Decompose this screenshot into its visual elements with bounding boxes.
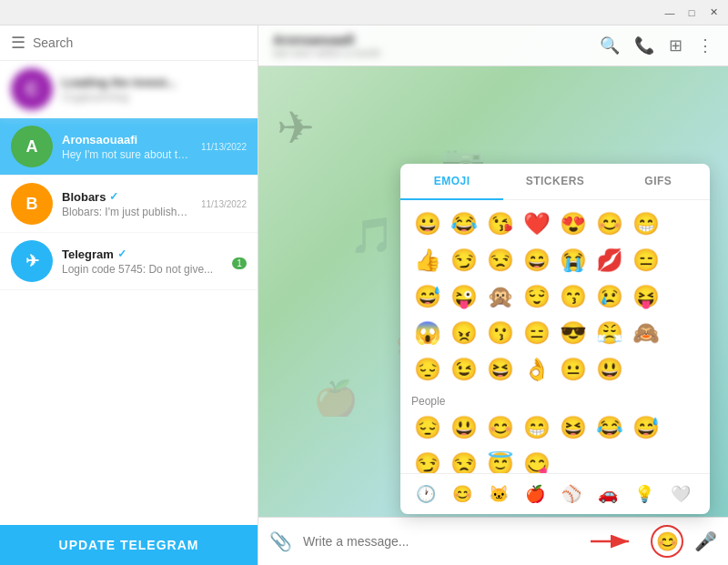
sports-category-icon[interactable]: ⚾ bbox=[557, 479, 586, 509]
emoji-cell[interactable]: 😉 bbox=[448, 353, 480, 386]
emoji-cell[interactable]: 😁 bbox=[630, 207, 662, 240]
chat-name: Loading the invest... bbox=[62, 76, 238, 89]
chat-meta: 11/13/2022 bbox=[201, 142, 247, 152]
recent-icon[interactable]: 🕐 bbox=[411, 479, 440, 509]
chat-header: Aronsaouaafi last seen within a month 🔍 … bbox=[258, 25, 728, 66]
emoji-cell[interactable]: 😄 bbox=[521, 244, 553, 277]
close-button[interactable]: ✕ bbox=[706, 5, 721, 20]
emoji-cell[interactable]: 😏 bbox=[448, 244, 480, 277]
chat-header-info: Aronsaouaafi last seen within a month bbox=[273, 33, 589, 58]
more-options-icon[interactable]: ⋮ bbox=[697, 35, 713, 55]
chat-info: Telegram ✓ Login code 5745: Do not give.… bbox=[62, 247, 223, 276]
emoji-cell[interactable]: 😜 bbox=[448, 280, 480, 313]
emoji-row: 👍 😏 😒 😄 😭 💋 😑 bbox=[411, 244, 699, 277]
emoji-cell[interactable]: 😔 bbox=[411, 411, 444, 444]
emoji-cell[interactable]: 😒 bbox=[448, 448, 480, 473]
chat-info: Blobars ✓ Blobars: I'm just published yo… bbox=[62, 190, 192, 218]
emoji-cell[interactable]: 😑 bbox=[630, 244, 662, 277]
emoji-cell[interactable]: 💋 bbox=[593, 244, 626, 277]
chat-header-status: last seen within a month bbox=[273, 47, 589, 58]
emoji-row: 😀 😂 😘 ❤️ 😍 😊 😁 bbox=[411, 207, 699, 240]
mic-icon[interactable]: 🎤 bbox=[694, 530, 717, 552]
emoji-cell[interactable]: 😅 bbox=[411, 280, 444, 313]
emoji-cell[interactable]: 😋 bbox=[521, 448, 553, 473]
chat-item-active[interactable]: A Aronsaouaafi Hey I'm not sure about th… bbox=[0, 118, 258, 176]
emoji-trigger-button[interactable]: 😊 bbox=[651, 525, 683, 558]
search-input[interactable] bbox=[33, 35, 247, 50]
emoji-cell[interactable]: 😅 bbox=[630, 411, 662, 444]
emoji-cell[interactable]: 😆 bbox=[557, 411, 590, 444]
emoji-cell[interactable]: 😑 bbox=[521, 317, 553, 349]
emoji-cell[interactable]: 😗 bbox=[484, 317, 517, 349]
message-input[interactable] bbox=[303, 534, 580, 549]
arrow-indicator bbox=[591, 532, 636, 550]
emoji-cell[interactable]: 😊 bbox=[484, 411, 517, 444]
chat-preview: Blobars: I'm just published your... bbox=[62, 206, 192, 218]
emoji-cell[interactable]: 😢 bbox=[593, 280, 626, 313]
unread-badge: 1 bbox=[232, 257, 247, 269]
hamburger-icon[interactable]: ☰ bbox=[11, 33, 25, 53]
emoji-row: 😱 😠 😗 😑 😎 😤 🙈 bbox=[411, 317, 699, 349]
emoji-cell[interactable]: 😔 bbox=[411, 353, 444, 386]
emoji-cell[interactable]: 😤 bbox=[593, 317, 626, 349]
emoji-cell[interactable]: 😏 bbox=[411, 448, 444, 473]
emoji-cell[interactable]: 😂 bbox=[593, 411, 626, 444]
chat-preview: Login code 5745: Do not give... bbox=[62, 263, 223, 276]
emoji-cell[interactable]: 😂 bbox=[448, 207, 480, 240]
emoji-cell[interactable]: 😊 bbox=[593, 207, 626, 240]
search-icon[interactable]: 🔍 bbox=[600, 35, 620, 55]
emoji-cell[interactable]: 😠 bbox=[448, 317, 480, 349]
tab-stickers[interactable]: STICKERS bbox=[503, 164, 606, 199]
chat-item-telegram[interactable]: ✈ Telegram ✓ Login code 5745: Do not giv… bbox=[0, 233, 258, 290]
arrow-svg bbox=[591, 532, 636, 550]
emoji-cell[interactable]: 😱 bbox=[411, 317, 444, 349]
emoji-cell[interactable]: 😀 bbox=[411, 207, 444, 240]
tab-gifs[interactable]: GIFS bbox=[607, 164, 710, 199]
emoji-cell[interactable]: 😝 bbox=[630, 280, 662, 313]
smiley-category-icon[interactable]: 😊 bbox=[448, 479, 477, 509]
emoji-cell[interactable]: 👍 bbox=[411, 244, 444, 277]
symbols-category-icon[interactable]: 🤍 bbox=[666, 479, 695, 509]
food-category-icon[interactable]: 🍎 bbox=[521, 479, 550, 509]
tab-emoji[interactable]: EMOJI bbox=[400, 164, 503, 200]
chat-list: C Loading the invest... Cryptcurrchsy A … bbox=[0, 61, 258, 525]
emoji-cell[interactable]: 😘 bbox=[484, 207, 517, 240]
emoji-cell[interactable]: 😆 bbox=[484, 353, 517, 386]
maximize-button[interactable]: □ bbox=[684, 5, 699, 20]
update-telegram-button[interactable]: UPDATE TELEGRAM bbox=[0, 525, 258, 565]
emoji-cell[interactable]: 😍 bbox=[557, 207, 590, 240]
emoji-cell[interactable]: 😭 bbox=[557, 244, 590, 277]
emoji-cell[interactable]: 😎 bbox=[557, 317, 590, 349]
emoji-cell[interactable]: 👌 bbox=[521, 353, 553, 386]
emoji-cell[interactable]: 😌 bbox=[521, 280, 553, 313]
chat-preview: Hey I'm not sure about this app bbox=[62, 148, 192, 161]
emoji-cell[interactable]: 😙 bbox=[557, 280, 590, 313]
minimize-button[interactable]: — bbox=[662, 5, 677, 20]
phone-icon[interactable]: 📞 bbox=[634, 35, 654, 55]
emoji-cell[interactable]: 😃 bbox=[593, 353, 626, 386]
emoji-cell[interactable]: 😐 bbox=[557, 353, 590, 386]
emoji-tabs: EMOJI STICKERS GIFS bbox=[400, 164, 710, 200]
emoji-cell[interactable]: 🙈 bbox=[630, 317, 662, 349]
emoji-cell[interactable]: 😁 bbox=[521, 411, 553, 444]
chat-input-bar: 📎 😊 🎤 bbox=[258, 517, 728, 565]
objects-category-icon[interactable]: 💡 bbox=[630, 479, 659, 509]
animals-category-icon[interactable]: 🐱 bbox=[484, 479, 513, 509]
emoji-cell[interactable]: ❤️ bbox=[521, 207, 553, 240]
emoji-popup: EMOJI STICKERS GIFS 😀 😂 😘 ❤️ 😍 😊 😁 👍 � bbox=[400, 164, 710, 514]
columns-icon[interactable]: ⊞ bbox=[669, 35, 682, 55]
emoji-cell[interactable]: 😇 bbox=[484, 448, 517, 473]
emoji-cell[interactable]: 😃 bbox=[448, 411, 480, 444]
chat-meta-container: 1 bbox=[232, 254, 247, 269]
emoji-cell[interactable]: 😒 bbox=[484, 244, 517, 277]
travel-category-icon[interactable]: 🚗 bbox=[593, 479, 622, 509]
emoji-grid: 😀 😂 😘 ❤️ 😍 😊 😁 👍 😏 😒 😄 😭 💋 😑 bbox=[400, 200, 710, 473]
chat-meta: 11/13/2022 bbox=[201, 199, 247, 209]
chat-item[interactable]: C Loading the invest... Cryptcurrchsy bbox=[0, 61, 258, 118]
chat-name: Telegram ✓ bbox=[62, 247, 223, 261]
verified-icon: ✓ bbox=[117, 247, 126, 260]
chat-item[interactable]: B Blobars ✓ Blobars: I'm just published … bbox=[0, 176, 258, 233]
emoji-row: 😔 😉 😆 👌 😐 😃 bbox=[411, 353, 699, 386]
emoji-cell[interactable]: 🙊 bbox=[484, 280, 517, 313]
attach-icon[interactable]: 📎 bbox=[269, 530, 292, 552]
